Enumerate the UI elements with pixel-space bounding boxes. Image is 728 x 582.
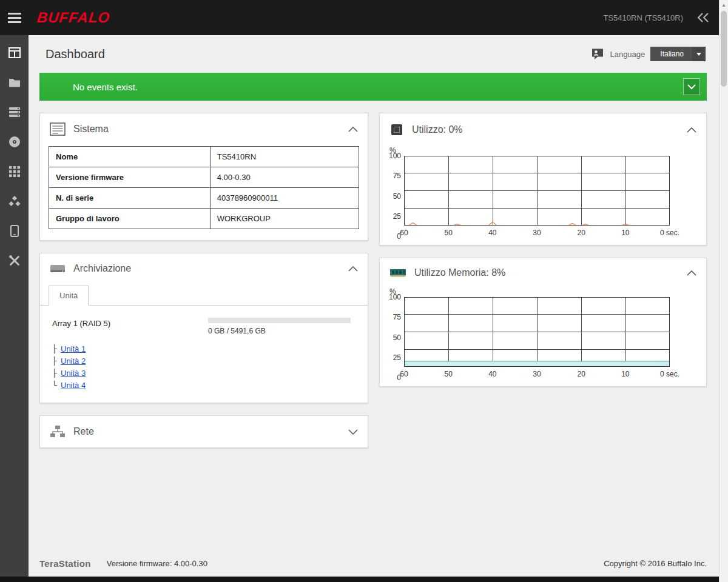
- chart-plot-area: [404, 156, 670, 226]
- list-item: ├Unità 1: [52, 343, 351, 355]
- chart-x-axis: 6050403020100 sec.: [404, 367, 670, 378]
- language-label: Language: [610, 50, 645, 59]
- raid-cluster-icon: [8, 196, 21, 207]
- events-banner: No events exist.: [39, 73, 707, 101]
- table-row: Versione firmware4.00-0.30: [49, 167, 359, 188]
- dropdown-arrow-icon: [692, 47, 706, 61]
- drive-icon: [50, 263, 66, 275]
- chart-y-axis: 1007550250: [387, 156, 404, 236]
- sidebar-item-dashboard[interactable]: [0, 46, 29, 59]
- array-label: Array 1 (RAID 5): [52, 318, 110, 328]
- sidebar-item-disc[interactable]: [0, 135, 29, 149]
- card-memoria-header[interactable]: Utilizzo Memoria: 8%: [380, 258, 706, 287]
- collapse-chevron-up-icon[interactable]: [348, 127, 358, 132]
- storage-stack-icon: [8, 107, 21, 118]
- unit-4-link[interactable]: Unità 4: [61, 380, 86, 392]
- collapse-chevron-up-icon[interactable]: [687, 127, 696, 133]
- card-archiviazione-header[interactable]: Archiviazione: [40, 253, 368, 284]
- sidebar-item-apps[interactable]: [0, 165, 29, 178]
- card-cpu-title: Utilizzo: 0%: [412, 124, 463, 135]
- topbar: BUFFALO TS5410RN (TS5410R): [0, 0, 728, 35]
- footer: TeraStation Versione firmware: 4.00-0.30…: [29, 550, 728, 577]
- footer-copyright: Copyright © 2016 Buffalo Inc.: [604, 559, 707, 568]
- table-row: NomeTS5410RN: [49, 147, 359, 167]
- disc-icon: [8, 136, 21, 148]
- events-banner-message: No events exist.: [39, 82, 138, 92]
- tree-branch-glyph: ├: [52, 367, 61, 380]
- system-info-icon: [50, 122, 66, 136]
- memory-usage-chart: % 1007550250 6050403020100 sec.: [380, 287, 706, 386]
- card-rete-header[interactable]: Rete: [40, 416, 368, 447]
- page-header: Dashboard Language Italiano: [39, 35, 707, 73]
- chevron-down-icon: [687, 84, 696, 90]
- sidebar-item-mobile[interactable]: [0, 224, 29, 238]
- buffalo-logo: BUFFALO: [36, 9, 111, 26]
- chart-y-axis: 1007550250: [387, 297, 404, 378]
- chart-unit-label: %: [387, 146, 698, 156]
- list-item: ├Unità 2: [52, 355, 351, 367]
- sidebar-item-raid[interactable]: [0, 195, 29, 208]
- system-info-table: NomeTS5410RN Versione firmware4.00-0.30 …: [49, 146, 359, 229]
- language-bubble-icon: [591, 48, 604, 60]
- storage-body: Array 1 (RAID 5) 0 GB / 5491,6 GB ├Unità…: [40, 306, 368, 403]
- table-row: Gruppo di lavoroWORKGROUP: [49, 209, 359, 229]
- unit-3-link[interactable]: Unità 3: [61, 367, 86, 380]
- card-rete: Rete: [39, 415, 368, 448]
- footer-brand: TeraStation: [39, 558, 91, 569]
- tools-icon: [8, 255, 21, 267]
- device-name: TS5410RN (TS5410R): [604, 13, 684, 22]
- tree-branch-glyph: └: [52, 380, 61, 392]
- language-group: Language Italiano: [591, 47, 706, 61]
- tree-branch-glyph: ├: [52, 355, 61, 367]
- table-row: N. di serie40378960900011: [49, 188, 359, 209]
- cpu-usage-chart: % 1007550250 6050403020100 sec.: [380, 146, 706, 245]
- row-value: WORKGROUP: [210, 209, 359, 229]
- collapse-chevron-up-icon[interactable]: [687, 270, 696, 276]
- sidebar-item-folders[interactable]: [0, 76, 29, 89]
- card-utilizzo-memoria: Utilizzo Memoria: 8% % 1007550250 605040…: [379, 258, 707, 387]
- sidebar: [0, 35, 29, 582]
- chart-plot-area: [404, 297, 670, 367]
- card-sistema-header[interactable]: Sistema: [40, 113, 368, 145]
- card-rete-title: Rete: [73, 426, 94, 437]
- card-memoria-title: Utilizzo Memoria: 8%: [414, 267, 505, 278]
- row-label: Versione firmware: [49, 167, 211, 188]
- cpu-icon: [389, 122, 404, 137]
- usage-text: 0 GB / 5491,6 GB: [208, 327, 351, 335]
- row-value: TS5410RN: [210, 147, 359, 167]
- row-label: Nome: [49, 147, 211, 167]
- row-value: 40378960900011: [210, 188, 359, 209]
- row-value: 4.00-0.30: [210, 167, 359, 188]
- scrollbar[interactable]: ▲: [719, 0, 728, 582]
- card-archiviazione-title: Archiviazione: [73, 263, 131, 274]
- storage-tabbar: Unità: [40, 285, 368, 306]
- unit-list: ├Unità 1 ├Unità 2 ├Unità 3 └Unità 4: [52, 343, 351, 392]
- bottom-bar: [0, 577, 728, 582]
- memory-icon: [389, 267, 406, 278]
- scroll-up-arrow-icon[interactable]: ▲: [720, 0, 728, 8]
- apps-grid-icon: [9, 166, 20, 177]
- unit-1-link[interactable]: Unità 1: [61, 343, 86, 355]
- row-label: Gruppo di lavoro: [49, 209, 211, 229]
- mobile-icon: [10, 225, 19, 237]
- collapse-chevron-down-icon[interactable]: [348, 429, 358, 435]
- banner-expand-button[interactable]: [683, 78, 700, 95]
- language-dropdown[interactable]: Italiano: [650, 47, 706, 61]
- footer-firmware: Versione firmware: 4.00-0.30: [107, 559, 207, 568]
- page-title: Dashboard: [46, 47, 105, 61]
- chart-x-axis: 6050403020100 sec.: [404, 226, 670, 236]
- sidebar-item-tools[interactable]: [0, 254, 29, 267]
- card-archiviazione: Archiviazione Unità Array 1 (RAID 5) 0 G…: [39, 253, 368, 403]
- card-utilizzo-cpu: Utilizzo: 0% % 1007550250 6050403020100 …: [379, 113, 707, 246]
- tab-unita[interactable]: Unità: [49, 286, 89, 306]
- menu-icon[interactable]: [0, 13, 29, 23]
- collapse-chevron-up-icon[interactable]: [348, 266, 358, 272]
- dashboard-icon: [8, 47, 21, 58]
- unit-2-link[interactable]: Unità 2: [61, 355, 86, 367]
- chart-unit-label: %: [387, 287, 698, 297]
- scrollbar-thumb[interactable]: [721, 11, 727, 87]
- card-cpu-header[interactable]: Utilizzo: 0%: [380, 113, 706, 146]
- collapse-panel-icon[interactable]: [696, 12, 710, 23]
- sidebar-item-storage[interactable]: [0, 105, 29, 119]
- card-sistema-title: Sistema: [73, 124, 109, 135]
